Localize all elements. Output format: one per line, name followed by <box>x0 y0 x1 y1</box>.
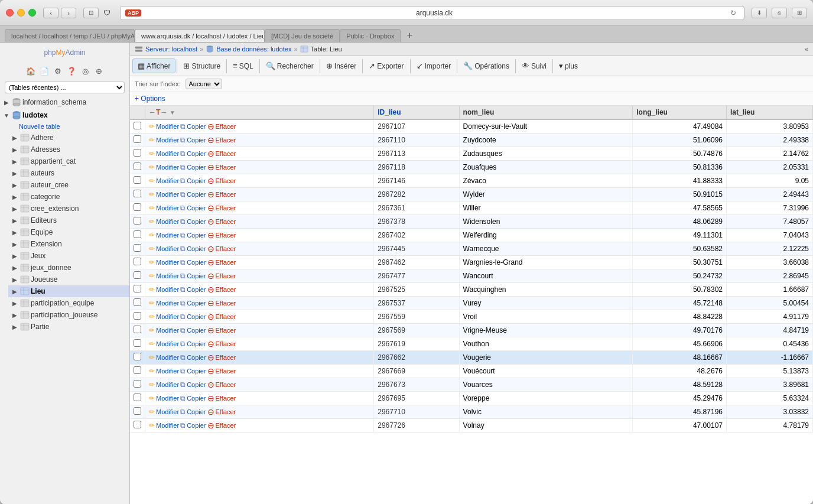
th-lat-lieu[interactable]: lat_lieu <box>727 106 813 119</box>
close-button[interactable] <box>6 9 14 17</box>
tree-toggle-extension[interactable]: ▶ <box>11 240 19 248</box>
row-checkbox[interactable] <box>134 217 141 225</box>
delete-button[interactable]: ⊖ Effacer <box>207 190 236 199</box>
tree-toggle-categorie[interactable]: ▶ <box>11 193 19 201</box>
delete-button[interactable]: ⊖ Effacer <box>207 176 236 186</box>
toolbar-rechercher[interactable]: 🔍 Rechercher <box>261 59 318 73</box>
row-checkbox[interactable] <box>134 353 141 360</box>
tree-row-nouvelle-table[interactable]: Nouvelle table <box>8 121 129 132</box>
tree-toggle-auteurs[interactable]: ▶ <box>11 169 19 177</box>
toolbar-sql[interactable]: ≡ SQL <box>228 59 258 73</box>
maximize-button[interactable] <box>28 9 36 17</box>
sql-icon[interactable]: 📄 <box>38 65 50 77</box>
tree-row-lieu[interactable]: ▶ Lieu <box>8 285 129 297</box>
reading-mode-button[interactable]: ⊡ <box>83 8 99 18</box>
edit-button[interactable]: ✏ Modifier <box>149 340 179 348</box>
row-checkbox[interactable] <box>134 285 141 292</box>
row-checkbox[interactable] <box>134 258 141 265</box>
row-checkbox[interactable] <box>134 394 141 401</box>
toolbar-operations[interactable]: 🔧 Opérations <box>458 59 514 73</box>
edit-button[interactable]: ✏ Modifier <box>149 367 179 375</box>
tree-row-appartient-cat[interactable]: ▶ appartient_cat <box>8 155 129 167</box>
tree-row-auteurs[interactable]: ▶ auteurs <box>8 167 129 179</box>
tree-toggle-adresses[interactable]: ▶ <box>11 145 19 154</box>
breadcrumb-database[interactable]: Base de données: ludotex <box>216 45 291 53</box>
edit-button[interactable]: ✏ Modifier <box>149 285 179 294</box>
row-checkbox[interactable] <box>134 339 141 347</box>
edit-button[interactable]: ✏ Modifier <box>149 217 179 226</box>
delete-button[interactable]: ⊖ Effacer <box>207 312 236 321</box>
tree-row-cree-extension[interactable]: ▶ cree_extension <box>8 203 129 214</box>
edit-button[interactable]: ✏ Modifier <box>149 177 179 185</box>
reload-button[interactable]: ↻ <box>727 7 739 19</box>
edit-button[interactable]: ✏ Modifier <box>149 299 179 307</box>
row-checkbox[interactable] <box>134 407 141 415</box>
delete-button[interactable]: ⊖ Effacer <box>207 353 236 362</box>
row-checkbox[interactable] <box>134 135 141 143</box>
row-checkbox[interactable] <box>134 326 141 333</box>
breadcrumb-collapse-button[interactable]: « <box>805 45 808 53</box>
row-checkbox[interactable] <box>134 312 141 320</box>
copy-button[interactable]: ⧉ Copier <box>180 245 206 253</box>
tree-row-equipe[interactable]: ▶ Equipe <box>8 226 129 238</box>
recent-tables-dropdown[interactable]: (Tables récentes) ... <box>5 82 125 93</box>
tree-row-jeux-donnee[interactable]: ▶ jeux_donnee <box>8 262 129 274</box>
edit-button[interactable]: ✏ Modifier <box>149 394 179 402</box>
edit-button[interactable]: ✏ Modifier <box>149 149 179 158</box>
forward-button[interactable]: › <box>61 8 76 18</box>
edit-button[interactable]: ✏ Modifier <box>149 272 179 280</box>
copy-button[interactable]: ⧉ Copier <box>180 204 206 212</box>
copy-button[interactable]: ⧉ Copier <box>180 217 206 226</box>
tree-toggle-adhere[interactable]: ▶ <box>11 134 19 142</box>
edit-button[interactable]: ✏ Modifier <box>149 421 179 430</box>
tree-row-editeurs[interactable]: ▶ Editeurs <box>8 214 129 226</box>
tree-toggle-editeurs[interactable]: ▶ <box>11 216 19 225</box>
tree-row-jeux[interactable]: ▶ Jeux <box>8 250 129 262</box>
tree-row-extension[interactable]: ▶ Extension <box>8 238 129 250</box>
tree-row-adresses[interactable]: ▶ Adresses <box>8 144 129 155</box>
row-checkbox[interactable] <box>134 190 141 197</box>
tree-toggle-equipe[interactable]: ▶ <box>11 228 19 236</box>
tree-row-categorie[interactable]: ▶ categorie <box>8 191 129 203</box>
tree-row-adhere[interactable]: ▶ Adhere <box>8 132 129 144</box>
tree-row-participation-equipe[interactable]: ▶ participation_equipe <box>8 297 129 309</box>
tree-toggle-lieu[interactable]: ▶ <box>11 287 19 295</box>
delete-button[interactable]: ⊖ Effacer <box>207 244 236 253</box>
delete-button[interactable]: ⊖ Effacer <box>207 162 236 172</box>
delete-button[interactable]: ⊖ Effacer <box>207 326 236 335</box>
edit-button[interactable]: ✏ Modifier <box>149 326 179 334</box>
delete-button[interactable]: ⊖ Effacer <box>207 135 236 145</box>
download-button[interactable]: ⬇ <box>752 8 767 18</box>
edit-button[interactable]: ✏ Modifier <box>149 163 179 171</box>
delete-button[interactable]: ⊖ Effacer <box>207 394 236 403</box>
tree-toggle-joueuse[interactable]: ▶ <box>11 275 19 284</box>
row-checkbox[interactable] <box>134 366 141 374</box>
circle-icon[interactable]: ◎ <box>79 65 91 77</box>
address-bar[interactable]: ABP arquusia.dk ↻ <box>120 6 744 20</box>
edit-button[interactable]: ✏ Modifier <box>149 313 179 321</box>
tree-row-participation-joueuse[interactable]: ▶ participation_joueuse <box>8 309 129 321</box>
delete-button[interactable]: ⊖ Effacer <box>207 149 236 158</box>
copy-button[interactable]: ⧉ Copier <box>180 421 206 430</box>
data-table-wrapper[interactable]: ←T→ ▼ ID_lieu nom_lieu long_lieu lat_lie… <box>130 106 813 504</box>
tree-toggle-participation-equipe[interactable]: ▶ <box>11 299 19 307</box>
row-checkbox[interactable] <box>134 162 141 170</box>
edit-button[interactable]: ✏ Modifier <box>149 245 179 253</box>
copy-button[interactable]: ⧉ Copier <box>180 367 206 375</box>
add-icon[interactable]: ⊕ <box>93 65 105 77</box>
delete-button[interactable]: ⊖ Effacer <box>207 285 236 294</box>
copy-button[interactable]: ⧉ Copier <box>180 136 206 144</box>
copy-button[interactable]: ⧉ Copier <box>180 326 206 334</box>
row-checkbox[interactable] <box>134 230 141 238</box>
tree-toggle-partie[interactable]: ▶ <box>11 323 19 331</box>
toolbar-structure[interactable]: ⊞ Structure <box>178 59 225 73</box>
edit-button[interactable]: ✏ Modifier <box>149 204 179 212</box>
th-nav[interactable]: ←T→ ▼ <box>145 106 374 119</box>
delete-button[interactable]: ⊖ Effacer <box>207 380 236 389</box>
copy-button[interactable]: ⧉ Copier <box>180 408 206 416</box>
home-icon[interactable]: 🏠 <box>25 65 37 77</box>
options-link[interactable]: + Options <box>135 95 165 103</box>
edit-button[interactable]: ✏ Modifier <box>149 381 179 389</box>
copy-button[interactable]: ⧉ Copier <box>180 177 206 185</box>
th-nom-lieu[interactable]: nom_lieu <box>459 106 633 119</box>
